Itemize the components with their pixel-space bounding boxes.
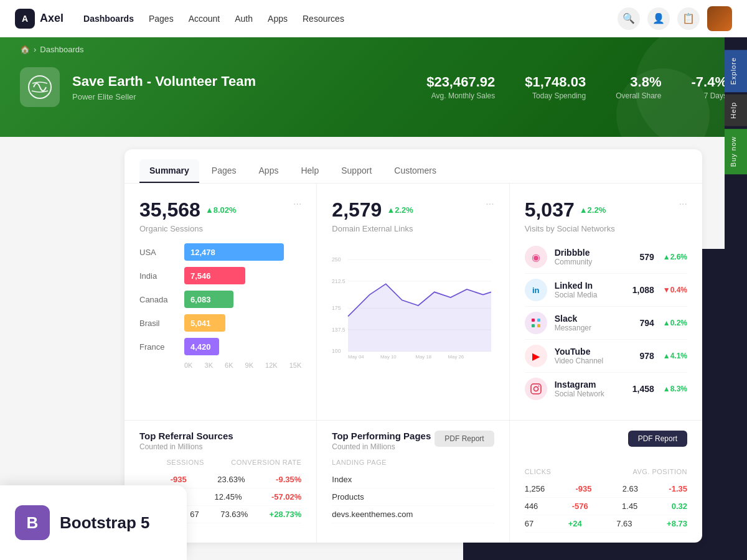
nav-auth[interactable]: Auth — [235, 14, 253, 24]
search-button[interactable]: 🔍 — [618, 7, 640, 30]
youtube-icon: ▶ — [525, 345, 547, 367]
tabs-bar: Summary Pages Apps Help Support Customer… — [125, 149, 702, 184]
clicks-position-block: PDF Report CLICKS AVG. POSITION 1,256 -9… — [510, 421, 702, 543]
stat-more-2[interactable]: ··· — [486, 198, 494, 222]
hero-title: Save Earth - Volunteer Team — [72, 73, 256, 90]
sidebar-buy-now[interactable]: Buy now — [725, 129, 747, 174]
line-chart: 250 212.5 175 137.5 100 — [332, 233, 494, 375]
social-item-instagram: Instagram Social Network 1,458 ▲8.3% — [525, 373, 687, 405]
social-item-dribbble: ◉ Dribbble Community 579 ▲2.6% — [525, 241, 687, 274]
social-item-youtube: ▶ YouTube Video Channel 978 ▲4.1% — [525, 340, 687, 373]
svg-text:May 10: May 10 — [380, 354, 397, 360]
bootstrap-text: Bootstrap 5 — [60, 513, 149, 533]
tab-support[interactable]: Support — [331, 159, 382, 183]
sidebar-help[interactable]: Help — [725, 95, 747, 126]
nav-links: Dashboards Pages Account Auth Apps Resou… — [83, 14, 344, 24]
settings-button[interactable]: 📋 — [677, 7, 700, 30]
stat-domain-links: 2,579 ▲2.2% ··· Domain External Links 25… — [317, 184, 509, 420]
user-avatar[interactable] — [707, 6, 732, 31]
breadcrumb: 🏠 › Dashboards — [20, 45, 83, 54]
svg-point-21 — [538, 386, 539, 387]
tab-customers[interactable]: Customers — [384, 159, 446, 183]
logo-text: Axel — [40, 12, 63, 25]
svg-point-20 — [533, 387, 538, 391]
pdf-report-button[interactable]: PDF Report — [435, 431, 494, 447]
nav-pages[interactable]: Pages — [149, 14, 174, 24]
hero-info: Save Earth - Volunteer Team Power Elite … — [72, 73, 256, 101]
pdf-report-dark-button[interactable]: PDF Report — [628, 431, 687, 447]
nav-resources[interactable]: Resources — [303, 14, 344, 24]
slack-icon — [525, 312, 547, 334]
stat-more-3[interactable]: ··· — [679, 198, 687, 222]
hero-banner: 🏠 › Dashboards Save Earth - Volunteer Te… — [0, 37, 747, 137]
dribbble-icon: ◉ — [525, 246, 547, 268]
svg-rect-18 — [537, 324, 540, 327]
svg-text:May 04: May 04 — [348, 354, 364, 360]
tab-help[interactable]: Help — [291, 159, 329, 183]
svg-text:100: 100 — [332, 348, 341, 354]
stats-section: 35,568 ▲8.02% ··· Organic Sessions USA 1… — [125, 184, 702, 420]
nav-right: 🔍 👤 📋 — [618, 6, 732, 31]
linkedin-icon: in — [525, 279, 547, 301]
tab-pages[interactable]: Pages — [202, 159, 247, 183]
hero-stat-today-spending: $1,748.03 Today Spending — [525, 74, 586, 100]
instagram-icon — [525, 378, 547, 400]
breadcrumb-current: Dashboards — [40, 45, 83, 54]
social-list: ◉ Dribbble Community 579 ▲2.6% in — [525, 233, 687, 405]
sidebar-explore[interactable]: Explore — [725, 50, 747, 92]
hero-stats: $23,467.92 Avg. Monthly Sales $1,748.03 … — [426, 74, 727, 100]
tab-apps[interactable]: Apps — [249, 159, 289, 183]
table-row: Index — [332, 471, 494, 488]
svg-text:137.5: 137.5 — [332, 327, 345, 333]
stat-more-1[interactable]: ··· — [293, 198, 301, 222]
sidebar-right: Explore Help Buy now — [725, 37, 747, 560]
nav-dashboards[interactable]: Dashboards — [83, 14, 134, 24]
table-row: Products — [332, 488, 494, 506]
svg-rect-15 — [532, 319, 535, 322]
breadcrumb-home: 🏠 — [20, 45, 30, 54]
hero-subtitle: Power Elite Seller — [72, 92, 256, 101]
hero-stat-monthly-sales: $23,467.92 Avg. Monthly Sales — [426, 74, 495, 100]
logo-icon: A — [15, 9, 35, 29]
svg-text:May 18: May 18 — [416, 354, 432, 360]
navbar: A Axel Dashboards Pages Account Auth App… — [0, 0, 747, 37]
bar-axis: 0K3K6K9K12K15K — [139, 362, 301, 369]
svg-text:May 26: May 26 — [448, 354, 464, 360]
hero-stat-overall-share: 3.8% Overall Share — [616, 74, 661, 100]
hero-logo — [20, 67, 60, 107]
table-row: 446 -576 1.45 0.32 — [525, 498, 687, 515]
stat-social-networks: 5,037 ▲2.2% ··· Visits by Social Network… — [510, 184, 702, 420]
bar-chart: USA 12,478 India 7,546 Canada — [139, 233, 301, 374]
tab-summary[interactable]: Summary — [139, 159, 199, 183]
social-item-slack: Slack Messanger 794 ▲0.2% — [525, 307, 687, 340]
svg-text:175: 175 — [332, 305, 341, 311]
hero-stat-7days: -7.4% 7 Days — [692, 74, 727, 100]
bootstrap-watermark: B Bootstrap 5 — [0, 485, 187, 560]
top-pages-block: Top Performing Pages Counted in Millions… — [317, 421, 509, 543]
svg-rect-16 — [537, 319, 540, 322]
social-item-linkedin: in Linked In Social Media 1,088 ▼0.4% — [525, 274, 687, 307]
notifications-button[interactable]: 👤 — [647, 7, 670, 30]
bottom-section: Top Referral Sources Counted in Millions… — [125, 420, 702, 543]
table-row: 1,256 -935 2.63 -1.35 — [525, 480, 687, 498]
svg-rect-17 — [532, 324, 535, 327]
nav-apps[interactable]: Apps — [268, 14, 288, 24]
content-card: Summary Pages Apps Help Support Customer… — [125, 149, 702, 543]
svg-text:212.5: 212.5 — [332, 278, 345, 284]
svg-text:250: 250 — [332, 256, 341, 263]
stat-organic-sessions: 35,568 ▲8.02% ··· Organic Sessions USA 1… — [125, 184, 317, 420]
table-row: 67 +24 7.63 +8.73 — [525, 515, 687, 533]
nav-account[interactable]: Account — [189, 14, 220, 24]
svg-rect-19 — [531, 384, 541, 394]
nav-logo[interactable]: A Axel — [15, 9, 63, 29]
bootstrap-icon: B — [15, 505, 50, 540]
table-row: devs.keenthemes.com — [332, 506, 494, 523]
